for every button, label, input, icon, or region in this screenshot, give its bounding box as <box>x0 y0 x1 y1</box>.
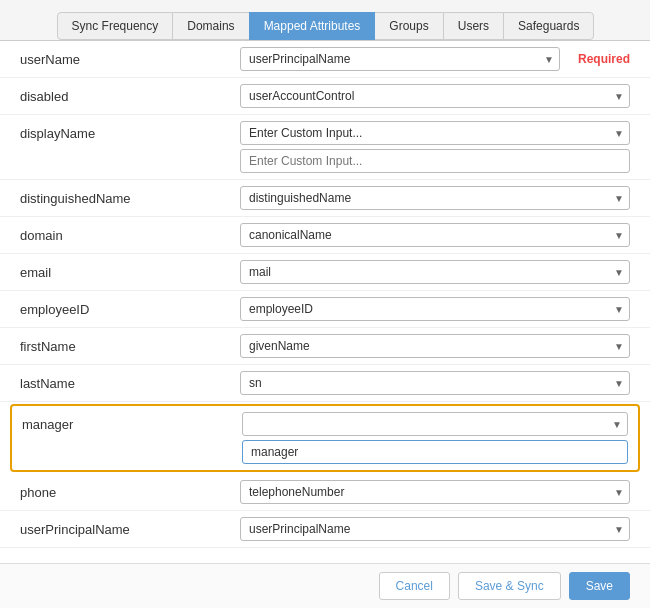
row-distinguishedName: distinguishedNamedistinguishedName▼ <box>0 180 650 217</box>
control-manager: ▼ <box>242 412 628 464</box>
select-wrapper-disabled: userAccountControl▼ <box>240 84 630 108</box>
select-wrapper-phone: telephoneNumber▼ <box>240 480 630 504</box>
select-wrapper-firstName: givenName▼ <box>240 334 630 358</box>
control-disabled: userAccountControl▼ <box>240 84 630 108</box>
row-firstName: firstNamegivenName▼ <box>0 328 650 365</box>
select-domain[interactable]: canonicalName <box>240 223 630 247</box>
select-wrapper-employeeID: employeeID▼ <box>240 297 630 321</box>
row-lastName: lastNamesn▼ <box>0 365 650 402</box>
select-wrapper-email: mail▼ <box>240 260 630 284</box>
save-sync-button[interactable]: Save & Sync <box>458 572 561 600</box>
label-phone: phone <box>20 480 240 500</box>
label-employeeID: employeeID <box>20 297 240 317</box>
control-firstName: givenName▼ <box>240 334 630 358</box>
label-domain: domain <box>20 223 240 243</box>
label-manager: manager <box>22 412 242 432</box>
select-distinguishedName[interactable]: distinguishedName <box>240 186 630 210</box>
select-lastName[interactable]: sn <box>240 371 630 395</box>
required-label-userName: Required <box>560 47 630 66</box>
tab-mapped-attributes[interactable]: Mapped Attributes <box>249 12 376 40</box>
footer: Cancel Save & Sync Save <box>0 563 650 608</box>
label-firstName: firstName <box>20 334 240 354</box>
select-employeeID[interactable]: employeeID <box>240 297 630 321</box>
row-disabled: disableduserAccountControl▼ <box>0 78 650 115</box>
control-lastName: sn▼ <box>240 371 630 395</box>
label-distinguishedName: distinguishedName <box>20 186 240 206</box>
control-userName: userPrincipalName▼ <box>240 47 560 71</box>
row-email: emailmail▼ <box>0 254 650 291</box>
row-employeeID: employeeIDemployeeID▼ <box>0 291 650 328</box>
select-wrapper-manager: ▼ <box>242 412 628 436</box>
row-manager: manager▼ <box>10 404 640 472</box>
select-manager[interactable] <box>242 412 628 436</box>
cancel-button[interactable]: Cancel <box>379 572 450 600</box>
control-phone: telephoneNumber▼ <box>240 480 630 504</box>
control-displayName: Enter Custom Input...▼ <box>240 121 630 173</box>
select-wrapper-lastName: sn▼ <box>240 371 630 395</box>
select-wrapper-userPrincipalName: userPrincipalName▼ <box>240 517 630 541</box>
select-disabled[interactable]: userAccountControl <box>240 84 630 108</box>
select-wrapper-domain: canonicalName▼ <box>240 223 630 247</box>
select-displayName[interactable]: Enter Custom Input... <box>240 121 630 145</box>
select-wrapper-displayName: Enter Custom Input...▼ <box>240 121 630 145</box>
row-domain: domaincanonicalName▼ <box>0 217 650 254</box>
label-userPrincipalName: userPrincipalName <box>20 517 240 537</box>
custom-input-manager[interactable] <box>242 440 628 464</box>
row-phone: phonetelephoneNumber▼ <box>0 474 650 511</box>
tab-safeguards[interactable]: Safeguards <box>503 12 594 40</box>
label-email: email <box>20 260 240 280</box>
select-wrapper-userName: userPrincipalName▼ <box>240 47 560 71</box>
row-userName: userNameuserPrincipalName▼Required <box>0 41 650 78</box>
tab-groups[interactable]: Groups <box>374 12 443 40</box>
select-userPrincipalName[interactable]: userPrincipalName <box>240 517 630 541</box>
save-button[interactable]: Save <box>569 572 630 600</box>
content-area: userNameuserPrincipalName▼Requireddisabl… <box>0 41 650 561</box>
select-email[interactable]: mail <box>240 260 630 284</box>
tab-bar: Sync FrequencyDomainsMapped AttributesGr… <box>0 0 650 41</box>
custom-input-displayName[interactable] <box>240 149 630 173</box>
tab-domains[interactable]: Domains <box>172 12 249 40</box>
label-displayName: displayName <box>20 121 240 141</box>
control-employeeID: employeeID▼ <box>240 297 630 321</box>
row-displayName: displayNameEnter Custom Input...▼ <box>0 115 650 180</box>
select-phone[interactable]: telephoneNumber <box>240 480 630 504</box>
row-userPrincipalName: userPrincipalNameuserPrincipalName▼ <box>0 511 650 548</box>
control-distinguishedName: distinguishedName▼ <box>240 186 630 210</box>
label-userName: userName <box>20 47 240 67</box>
select-wrapper-distinguishedName: distinguishedName▼ <box>240 186 630 210</box>
label-lastName: lastName <box>20 371 240 391</box>
select-firstName[interactable]: givenName <box>240 334 630 358</box>
label-disabled: disabled <box>20 84 240 104</box>
select-userName[interactable]: userPrincipalName <box>240 47 560 71</box>
control-email: mail▼ <box>240 260 630 284</box>
control-domain: canonicalName▼ <box>240 223 630 247</box>
control-userPrincipalName: userPrincipalName▼ <box>240 517 630 541</box>
tab-users[interactable]: Users <box>443 12 504 40</box>
tab-sync-frequency[interactable]: Sync Frequency <box>57 12 174 40</box>
